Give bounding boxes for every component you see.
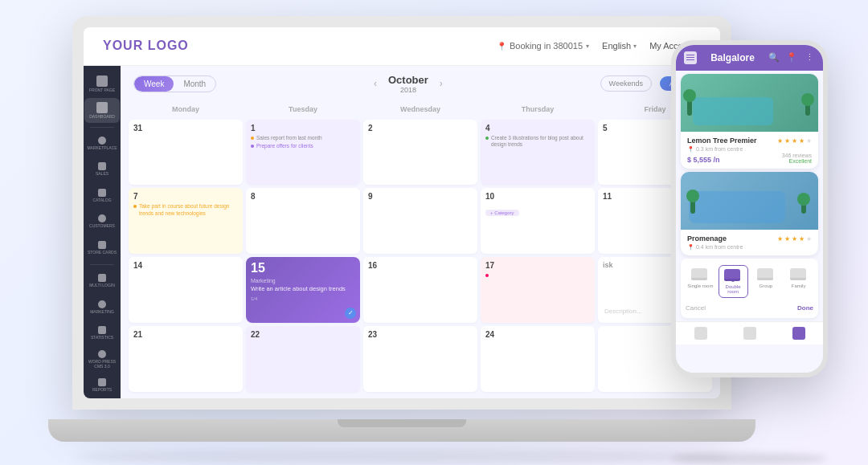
cal-cell-23[interactable]: 23	[363, 326, 477, 392]
month-year-display: October 2018	[388, 74, 428, 94]
sidebar-item-customers[interactable]: CUSTOMERS	[84, 210, 120, 235]
prev-month-arrow[interactable]: ‹	[369, 76, 382, 91]
pbn-back[interactable]	[694, 327, 707, 340]
hotel-distance-2: 📍 0.4 km from centre	[687, 244, 812, 251]
screen-body: FRONT PAGE DASHBOARD MARKETPLACE	[84, 66, 720, 398]
sidebar-item-front-page[interactable]: FRONT PAGE	[84, 72, 120, 97]
cell-date: 15	[251, 261, 355, 275]
event-text: Prepare offers for clients	[256, 143, 313, 149]
tree-decoration	[687, 96, 692, 116]
booking-dropdown[interactable]: 📍 Booking in 380015 ▾	[497, 41, 589, 51]
laptop-body: YOUR LOGO 📍 Booking in 380015 ▾ English …	[72, 16, 731, 410]
filter-line	[686, 55, 694, 55]
cal-cell-8[interactable]: 8	[246, 188, 360, 254]
cal-cell-10[interactable]: 10 + Category	[481, 188, 595, 254]
screen-header: YOUR LOGO 📍 Booking in 380015 ▾ English …	[84, 27, 720, 66]
cancel-button[interactable]: Cancel	[686, 304, 706, 312]
room-label-group: Group	[760, 283, 773, 288]
cal-cell-21[interactable]: 21	[129, 326, 243, 392]
sidebar-divider	[90, 264, 114, 265]
cal-cell-4[interactable]: 4 Create 3 illustrations for blog post a…	[481, 120, 595, 186]
pbn-menu[interactable]	[792, 327, 805, 340]
search-icon[interactable]: 🔍	[768, 52, 780, 63]
location-icon[interactable]: 📍	[786, 52, 797, 63]
calendar-weeks: 31 1 Sales report from last month	[129, 120, 712, 392]
task-type: Marketing	[251, 278, 355, 283]
star-icon: ★	[792, 235, 797, 243]
room-label-single: Single room	[687, 283, 713, 288]
next-month-arrow[interactable]: ›	[435, 76, 448, 91]
cal-cell-15[interactable]: 15 Marketing Write an article about desi…	[246, 257, 360, 323]
room-type-double[interactable]: Double room	[719, 265, 748, 298]
chevron-down-icon: ▾	[586, 43, 589, 50]
sidebar-item-statistics[interactable]: STATISTICS	[84, 321, 120, 346]
sidebar-item-wordpress[interactable]: WORD PRESS CMS 3.0	[84, 347, 120, 372]
week-view-button[interactable]: Week	[134, 76, 174, 92]
tree-decoration	[801, 199, 806, 214]
done-button[interactable]: Done	[797, 304, 813, 312]
hotel-card-1[interactable]: Lemon Tree Premier ★ ★ ★ ★ ★ 📍 0.3 km fr…	[681, 74, 818, 169]
cal-cell-22[interactable]: 22	[246, 326, 360, 392]
dollar-icon	[98, 162, 106, 170]
hotel-image-2	[681, 172, 818, 230]
sidebar-item-sales[interactable]: SALES	[84, 157, 120, 182]
grid-icon	[96, 102, 108, 113]
cal-cell-17[interactable]: 17	[481, 257, 595, 323]
logo: YOUR LOGO	[103, 39, 189, 53]
sidebar-label: CATALOG	[92, 198, 111, 203]
logo-colored: LOGO	[148, 39, 189, 52]
more-icon[interactable]: ⋮	[804, 52, 815, 63]
menu-nav-icon	[792, 327, 805, 340]
cal-cell-24[interactable]: 24	[481, 326, 595, 392]
room-type-group[interactable]: Group	[751, 265, 781, 298]
cal-cell-2[interactable]: 2	[363, 120, 477, 186]
laptop: YOUR LOGO 📍 Booking in 380015 ▾ English …	[72, 16, 731, 442]
hotel-price-1: $ 5,555 /n	[687, 156, 720, 164]
hotel-info-2: Promenage ★ ★ ★ ★ ★ 📍 0.4 km from centre	[681, 230, 818, 255]
star-icon: ★	[792, 137, 797, 145]
cal-cell-1[interactable]: 1 Sales report from last month Prepare o…	[246, 120, 360, 186]
single-room-icon	[691, 268, 709, 281]
sidebar-divider	[90, 127, 114, 128]
phone: Balgalore 🔍 📍 ⋮ Lemon Tree Premier	[671, 40, 828, 377]
room-type-family[interactable]: Family	[784, 265, 813, 298]
cell-date: 2	[368, 124, 473, 133]
tree-decoration	[805, 100, 810, 116]
book-icon	[98, 189, 106, 197]
bullet-dot	[251, 145, 254, 148]
room-type-single[interactable]: Single room	[686, 265, 715, 298]
sidebar-item-marketplace[interactable]: MARKETPLACE	[84, 131, 120, 156]
category-tag[interactable]: + Category	[485, 210, 519, 216]
reports-icon	[98, 378, 106, 386]
sidebar-item-multi-login[interactable]: MULTI LOGIN	[84, 269, 120, 294]
family-room-icon	[790, 268, 808, 281]
filter-icon[interactable]	[684, 51, 697, 64]
cal-cell-7[interactable]: 7 Take part in course about future desig…	[129, 188, 243, 254]
language-dropdown[interactable]: English ▾	[602, 41, 637, 51]
sidebar-item-catalog[interactable]: CATALOG	[84, 183, 120, 208]
sidebar-item-reports[interactable]: REPORTS	[84, 373, 120, 398]
cal-cell-31[interactable]: 31	[129, 120, 243, 186]
sidebar-item-store-cards[interactable]: STORE CARDS	[84, 235, 120, 260]
laptop-base	[48, 419, 755, 442]
room-selector: Single room Double room Group	[681, 259, 818, 318]
sidebar-item-dashboard[interactable]: DASHBOARD	[84, 98, 120, 123]
cal-cell-16[interactable]: 16	[363, 257, 477, 323]
group-room-icon	[757, 268, 775, 281]
cal-cell-9[interactable]: 9	[363, 188, 477, 254]
month-view-button[interactable]: Month	[174, 76, 215, 92]
sidebar-label: STORE CARDS	[88, 251, 117, 255]
sidebar-label: DASHBOARD	[89, 115, 115, 120]
cell-date: 24	[485, 330, 590, 339]
cal-cell-14[interactable]: 14	[129, 257, 243, 323]
login-icon	[98, 274, 106, 282]
hotel-card-2[interactable]: Promenage ★ ★ ★ ★ ★ 📍 0.4 km from centre	[681, 172, 818, 255]
calendar-week-2: 7 Take part in course about future desig…	[129, 188, 712, 254]
filter-line	[686, 57, 694, 58]
header-nav: 📍 Booking in 380015 ▾ English ▾ My Accou…	[497, 41, 701, 51]
weekends-button[interactable]: Weekends	[600, 75, 652, 92]
day-name-wednesday: Wednesday	[363, 102, 477, 116]
sidebar-item-marketing[interactable]: MARKETING	[84, 295, 120, 320]
pbn-home[interactable]	[743, 327, 756, 340]
tree-decoration	[690, 196, 695, 214]
